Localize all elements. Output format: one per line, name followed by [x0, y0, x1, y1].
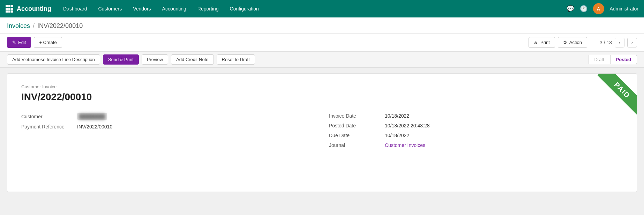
customer-label: Customer [21, 114, 77, 119]
topnav-right: 💬 🕐 A Administrator [567, 3, 638, 14]
nav-vendors[interactable]: Vendors [128, 4, 156, 14]
avatar[interactable]: A [593, 3, 604, 14]
nav-dashboard[interactable]: Dashboard [58, 4, 92, 14]
app-title: Accounting [17, 5, 51, 13]
send-print-button[interactable]: Send & Print [103, 54, 139, 65]
create-button[interactable]: + Create [34, 37, 62, 48]
journal-field: Journal Customer Invoices [329, 142, 623, 148]
print-icon: 🖨 [534, 40, 538, 45]
preview-button[interactable]: Preview [142, 54, 168, 65]
edit-icon: ✎ [12, 40, 16, 45]
journal-value[interactable]: Customer Invoices [385, 142, 425, 148]
add-vietnamese-button[interactable]: Add Vietnamese Invoice Line Description [7, 54, 100, 65]
payment-ref-field: Payment Reference INV/2022/00010 [21, 124, 315, 129]
activity-icon[interactable]: 🕐 [580, 5, 587, 13]
invoice-fields: Customer ████████ Payment Reference INV/… [21, 113, 623, 148]
status-pills: Draft Posted [588, 55, 637, 64]
fields-right: Invoice Date 10/18/2022 Posted Date 10/1… [329, 113, 623, 148]
grid-icon [6, 5, 13, 13]
app-logo[interactable]: Accounting [6, 5, 51, 13]
invoice-date-field: Invoice Date 10/18/2022 [329, 113, 623, 119]
main-toolbar: ✎ Edit + Create 🖨 Print ⚙ Action 3 / 13 … [0, 34, 644, 52]
breadcrumb: Invoices / INV/2022/00010 [0, 17, 644, 34]
payment-ref-label: Payment Reference [21, 124, 77, 129]
posted-date-field: Posted Date 10/18/2022 20:43:28 [329, 123, 623, 128]
next-page-button[interactable]: › [627, 38, 637, 47]
reset-to-draft-button[interactable]: Reset to Draft [217, 54, 255, 65]
breadcrumb-separator: / [33, 22, 35, 30]
invoice-type: Customer Invoice [21, 84, 623, 89]
prev-page-button[interactable]: ‹ [615, 38, 624, 47]
due-date-value: 10/18/2022 [385, 133, 409, 138]
chat-icon[interactable]: 💬 [567, 5, 574, 13]
add-credit-note-button[interactable]: Add Credit Note [171, 54, 214, 65]
gear-icon: ⚙ [563, 40, 567, 45]
status-posted: Posted [610, 55, 637, 64]
nav-reporting[interactable]: Reporting [193, 4, 224, 14]
breadcrumb-parent[interactable]: Invoices [7, 22, 30, 30]
edit-button[interactable]: ✎ Edit [7, 37, 31, 48]
action-toolbar: Add Vietnamese Invoice Line Description … [0, 52, 644, 68]
username[interactable]: Administrator [610, 6, 638, 12]
print-button[interactable]: 🖨 Print [529, 37, 555, 48]
nav-accounting[interactable]: Accounting [157, 4, 191, 14]
pagination-text: 3 / 13 [600, 40, 612, 45]
nav-configuration[interactable]: Configuration [225, 4, 264, 14]
status-draft: Draft [588, 55, 610, 64]
invoice-date-label: Invoice Date [329, 113, 385, 119]
journal-label: Journal [329, 142, 385, 148]
payment-ref-value: INV/2022/00010 [77, 124, 112, 129]
breadcrumb-current: INV/2022/00010 [37, 22, 83, 30]
invoice-date-value: 10/18/2022 [385, 113, 409, 119]
top-navigation: Accounting Dashboard Customers Vendors A… [0, 0, 644, 17]
posted-date-label: Posted Date [329, 123, 385, 128]
fields-left: Customer ████████ Payment Reference INV/… [21, 113, 315, 148]
due-date-field: Due Date 10/18/2022 [329, 133, 623, 138]
main-content: PAID Customer Invoice INV/2022/00010 Cus… [0, 68, 644, 198]
due-date-label: Due Date [329, 133, 385, 138]
nav-menu: Dashboard Customers Vendors Accounting R… [58, 4, 567, 14]
action-button[interactable]: ⚙ Action [558, 37, 587, 48]
nav-customers[interactable]: Customers [93, 4, 127, 14]
posted-date-value: 10/18/2022 20:43:28 [385, 123, 429, 128]
pagination: 3 / 13 ‹ › [600, 38, 637, 47]
customer-value: ████████ [77, 113, 107, 120]
invoice-card: PAID Customer Invoice INV/2022/00010 Cus… [7, 73, 637, 192]
customer-field: Customer ████████ [21, 113, 315, 120]
invoice-number: INV/2022/00010 [21, 91, 623, 103]
